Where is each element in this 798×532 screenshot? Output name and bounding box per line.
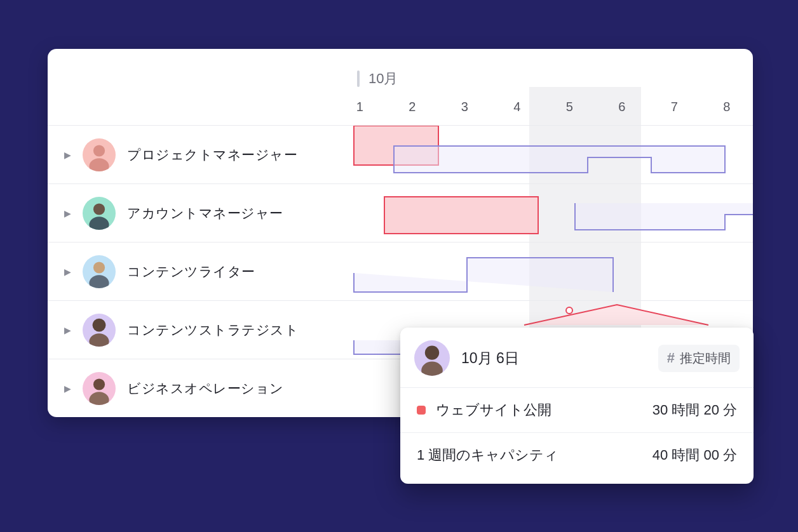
row-header[interactable]: ▶ コンテンツストラテジスト [48,301,334,359]
day-cell[interactable]: 2 [386,100,439,125]
capacity-label: 1 週間のキャパシティ [417,446,558,465]
resource-row: ▶ アカウントマネージャー [48,183,753,242]
month-label: 10月 [357,69,398,88]
avatar [83,372,116,405]
expand-caret-icon[interactable]: ▶ [64,208,71,218]
avatar [414,340,450,376]
role-label: コンテンツライター [127,263,255,281]
avatar [83,314,116,347]
day-cell[interactable]: 1 [334,100,386,125]
svg-point-9 [89,392,109,405]
task-time: 30 時間 20 分 [653,401,737,420]
expand-caret-icon[interactable]: ▶ [64,150,71,160]
capacity-time: 40 時間 00 分 [653,446,737,465]
svg-point-5 [89,275,109,288]
estimated-time-badge[interactable]: # 推定時間 [658,345,740,372]
row-chart[interactable] [334,243,753,300]
workload-shape [334,243,753,301]
timeline-header: 10月 1 2 3 4 5 6 7 8 [334,49,753,125]
row-header[interactable]: ▶ ビジネスオペレーション [48,359,334,417]
day-cell[interactable]: 5 [543,100,596,125]
role-label: ビジネスオペレーション [127,380,284,397]
workload-shape [334,126,753,184]
resource-row: ▶ コンテンツライター [48,242,753,300]
day-cell[interactable]: 7 [648,100,701,125]
month-tick [357,70,360,87]
resource-row: ▶ プロジェクトマネージャー [48,125,753,183]
avatar [83,197,116,230]
popover-task-row[interactable]: ウェブサイト公開 30 時間 20 分 [400,388,754,433]
svg-point-10 [425,345,439,359]
month-text: 10月 [369,69,398,88]
role-label: アカウントマネージャー [127,204,283,222]
svg-point-1 [89,158,109,171]
svg-point-8 [93,378,105,390]
expand-caret-icon[interactable]: ▶ [64,325,71,335]
role-label: プロジェクトマネージャー [127,146,297,164]
task-color-dot-icon [417,406,426,415]
badge-label: 推定時間 [680,350,731,367]
role-label: コンテンツストラテジスト [127,321,299,339]
row-chart[interactable] [334,184,753,242]
avatar [83,255,116,288]
svg-point-0 [93,145,105,156]
svg-point-11 [421,362,443,376]
svg-point-2 [93,203,105,215]
expand-caret-icon[interactable]: ▶ [64,267,71,277]
row-header[interactable]: ▶ プロジェクトマネージャー [48,126,334,183]
avatar [83,138,116,171]
svg-point-4 [93,262,105,273]
popover-date: 10月 6日 [461,349,647,368]
day-cell[interactable]: 3 [438,100,491,125]
svg-point-7 [89,333,109,347]
svg-point-3 [89,216,109,230]
workload-shape [334,184,753,243]
day-cell[interactable]: 8 [701,100,754,125]
expand-caret-icon[interactable]: ▶ [64,383,71,394]
hash-icon: # [667,350,675,366]
day-axis: 1 2 3 4 5 6 7 8 [334,100,753,125]
svg-point-6 [93,318,106,331]
row-header[interactable]: ▶ コンテンツライター [48,243,334,300]
popover-header: 10月 6日 # 推定時間 [400,328,754,388]
day-cell[interactable]: 4 [491,100,544,125]
row-chart[interactable] [334,126,753,183]
task-label: ウェブサイト公開 [436,401,551,420]
day-cell[interactable]: 6 [596,100,649,125]
row-header[interactable]: ▶ アカウントマネージャー [48,184,334,242]
workload-detail-popover: 10月 6日 # 推定時間 ウェブサイト公開 30 時間 20 分 1 週間のキ… [400,328,754,484]
popover-capacity-row: 1 週間のキャパシティ 40 時間 00 分 [400,433,754,477]
marker-dot-icon [565,307,573,314]
